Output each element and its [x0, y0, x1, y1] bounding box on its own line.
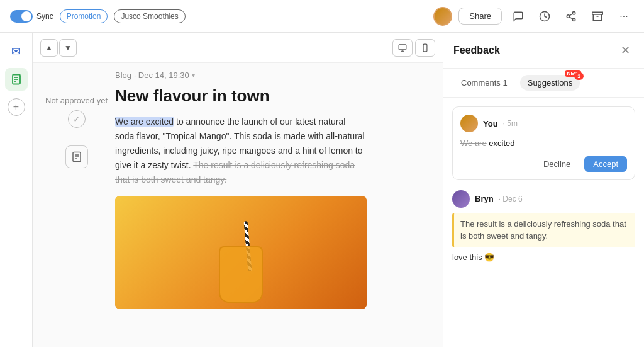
history-icon[interactable]: [535, 6, 555, 26]
nav-arrows: ▲ ▼: [40, 39, 77, 57]
svg-rect-12: [399, 44, 406, 49]
tab-suggestions[interactable]: NEW Suggestions 1: [520, 75, 580, 91]
deleted-text: We are: [460, 139, 487, 148]
glass-decoration: [219, 246, 263, 303]
blog-content: Blog · Dec 14, 19:30 ▾ New flavour in to…: [115, 71, 367, 339]
svg-line-5: [569, 13, 572, 15]
blog-title: New flavour in town: [115, 86, 367, 106]
sync-toggle[interactable]: Sync: [10, 10, 53, 23]
feedback-panel: Feedback ✕ Comments 1 NEW Suggestions 1 …: [443, 33, 644, 347]
tab-comments-count: 1: [502, 78, 507, 88]
suggestion-1-time: · 5m: [503, 119, 518, 128]
chat-icon[interactable]: [508, 6, 528, 26]
svg-point-2: [567, 14, 570, 18]
meta-chevron-icon: ▾: [192, 72, 195, 79]
content-area: ▲ ▼ Not approved yet ✓: [33, 33, 443, 347]
blog-meta-text: Blog · Dec 14, 19:30: [115, 71, 189, 80]
suggestion-1-header: You · 5m: [460, 115, 627, 132]
svg-rect-6: [592, 12, 603, 14]
feedback-header: Feedback ✕: [443, 33, 644, 69]
inserted-text: excited: [487, 139, 515, 148]
tag-promotion[interactable]: Promotion: [60, 9, 108, 23]
sidebar-mail-icon[interactable]: ✉: [5, 40, 28, 63]
suggestion-card-1: You · 5m We are excited Decline Accept: [452, 106, 635, 180]
sidebar-doc-icon[interactable]: [5, 68, 28, 91]
toggle-knob: [21, 11, 31, 21]
archive-icon[interactable]: [587, 6, 608, 26]
sync-label: Sync: [36, 12, 53, 21]
user-avatar[interactable]: [433, 7, 452, 26]
comment-1-user: Bryn: [475, 194, 494, 203]
content-toolbar: ▲ ▼: [33, 33, 443, 63]
comment-1-quoted: The result is a deliciously refreshing s…: [452, 213, 635, 247]
suggestion-1-user: You: [483, 119, 498, 128]
svg-point-3: [572, 18, 575, 21]
arrow-down-button[interactable]: ▼: [59, 39, 77, 57]
tab-suggestions-badge: 1: [574, 72, 584, 80]
share-button[interactable]: Share: [458, 8, 502, 25]
avatar-image: [435, 8, 451, 25]
tab-comments[interactable]: Comments 1: [453, 75, 515, 91]
comment-1-text: love this 😎: [452, 253, 635, 262]
comment-1-time: · Dec 6: [499, 195, 523, 203]
main-layout: ✉ + ▲ ▼ Not: [0, 33, 644, 347]
share-alt-icon[interactable]: [561, 6, 581, 26]
blog-image: [115, 196, 367, 309]
blog-body: We are excited to announce the launch of…: [115, 115, 367, 187]
feedback-title: Feedback: [453, 45, 616, 56]
approval-column: Not approved yet ✓: [45, 71, 108, 339]
image-placeholder: [115, 196, 367, 309]
left-sidebar: ✉ +: [0, 33, 33, 347]
comment-1-header: Bryn · Dec 6: [452, 190, 635, 208]
feedback-tabs: Comments 1 NEW Suggestions 1: [443, 69, 644, 98]
not-approved-text: Not approved yet: [45, 96, 108, 105]
approve-check-button[interactable]: ✓: [68, 110, 86, 128]
decline-button[interactable]: Decline: [535, 156, 579, 172]
suggestion-1-body: We are excited: [460, 137, 627, 150]
arrow-up-button[interactable]: ▲: [40, 39, 58, 57]
toggle-switch[interactable]: [10, 10, 33, 23]
topbar: Sync Promotion Jusco Smoothies Share ···: [0, 0, 644, 33]
close-feedback-button[interactable]: ✕: [616, 42, 634, 59]
doc-float-icon[interactable]: [65, 145, 88, 168]
tag-jusco[interactable]: Jusco Smoothies: [114, 9, 185, 23]
blog-wrapper: Not approved yet ✓ Blog · Dec 14, 19:30 …: [33, 63, 443, 347]
more-icon[interactable]: ···: [614, 6, 634, 26]
view-toggle: [392, 39, 435, 57]
feedback-body: You · 5m We are excited Decline Accept B…: [443, 98, 644, 347]
comment-1-avatar: [452, 190, 470, 208]
mobile-view-button[interactable]: [415, 39, 435, 57]
comment-card-1: Bryn · Dec 6 The result is a deliciously…: [452, 189, 635, 263]
suggestion-1-actions: Decline Accept: [460, 156, 627, 172]
desktop-view-button[interactable]: [392, 39, 413, 57]
sidebar-add-button[interactable]: +: [8, 98, 25, 116]
svg-point-1: [572, 11, 575, 14]
accept-button[interactable]: Accept: [584, 156, 627, 172]
highlighted-text: We are excited: [115, 117, 174, 127]
blog-meta: Blog · Dec 14, 19:30 ▾: [115, 71, 367, 80]
svg-line-4: [569, 17, 572, 19]
suggestion-1-avatar: [460, 115, 478, 132]
